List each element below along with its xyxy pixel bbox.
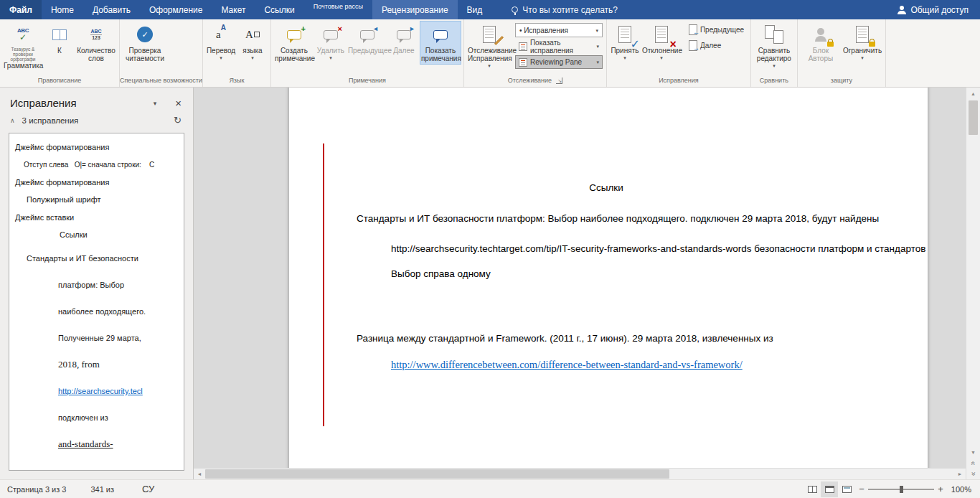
excerpt-line[interactable]: наиболее подходящего. [58, 306, 178, 317]
dialog-launcher-icon[interactable] [556, 77, 562, 84]
word-window: Файл Home Добавить Оформление Макет Ссыл… [0, 0, 980, 498]
translate-icon: аA [210, 24, 232, 45]
language-button[interactable]: А языка ▾ [237, 21, 268, 63]
horizontal-scrollbar[interactable]: ◄ ► [194, 468, 966, 479]
read-mode-button[interactable] [804, 481, 821, 497]
zoom-slider-thumb[interactable] [900, 486, 903, 493]
show-comments-button[interactable]: Показать примечания [420, 21, 461, 65]
next-comment-button[interactable]: ► Далее [388, 21, 420, 57]
delete-comment-icon: × [320, 24, 341, 45]
excerpt-line[interactable]: подключен из [58, 412, 178, 423]
tab-references[interactable]: Ссылки [255, 0, 303, 19]
zoom-level[interactable]: 100% [947, 485, 980, 494]
horizontal-scroll-track[interactable] [205, 469, 954, 479]
tab-file[interactable]: Файл [0, 0, 42, 19]
document-paragraph[interactable]: http://searchsecurity.techtarget.com/tip… [391, 243, 856, 255]
vertical-scroll-thumb[interactable] [969, 100, 978, 135]
track-changes-button[interactable]: Отслеживание Исправления ▾ [466, 21, 512, 71]
new-comment-button[interactable]: + Создать примечание [273, 21, 315, 65]
word-count-icon: ABC123 [85, 24, 107, 45]
revisions-pane: Исправления ▾ × ∧ 3 исправления ↻ Джеймс… [0, 88, 194, 479]
zoom-out-button[interactable]: − [855, 484, 868, 494]
main-area: Исправления ▾ × ∧ 3 исправления ↻ Джеймс… [0, 88, 980, 479]
group-label-proofing: Правописание [38, 77, 82, 84]
revisions-pane-title: Исправления [10, 97, 154, 109]
document-hyperlink[interactable]: http://www.differencebetween.com/differe… [391, 359, 743, 370]
document-paragraph[interactable]: Выбор справа одному [391, 268, 856, 280]
document-paragraph[interactable]: Разница между стандартной и Framework. (… [357, 332, 856, 344]
document-canvas[interactable]: Ссылки Стандарты и ИТ безопасности платф… [194, 88, 966, 468]
block-authors-button[interactable]: Блок Авторы [800, 21, 842, 65]
check-accessibility-button[interactable]: ✓ Проверка читаемости [122, 21, 168, 65]
word-count-indicator[interactable]: 341 из [84, 485, 121, 494]
tab-insert[interactable]: Добавить [83, 0, 140, 19]
document-title[interactable]: Ссылки [357, 88, 856, 193]
excerpt-line[interactable]: платформ: Выбор [58, 279, 178, 291]
document-page[interactable]: Ссылки Стандарты и ИТ безопасности платф… [289, 88, 928, 468]
excerpt-hyperlink[interactable]: http://searchsecurity.tecl [58, 385, 178, 397]
track-changes-label-1: Отслеживание [468, 47, 511, 55]
pane-close-icon[interactable]: × [175, 98, 182, 108]
next-page-button[interactable]: « [966, 469, 980, 479]
zoom-in-button[interactable]: + [934, 484, 947, 494]
web-layout-button[interactable] [838, 481, 855, 497]
display-for-review-combobox[interactable]: • Исправления ▾ [515, 23, 603, 37]
scroll-right-icon[interactable]: ► [954, 469, 966, 479]
word-count-button[interactable]: ABC123 Количество слов [75, 21, 117, 65]
excerpt-line[interactable]: 2018, from [58, 359, 178, 370]
scroll-up-icon[interactable]: ▲ [966, 88, 980, 99]
page-indicator[interactable]: Страница 3 из 3 [0, 485, 72, 494]
revisions-list[interactable]: Джеймс форматирования Отступ слева О|= с… [9, 133, 184, 471]
reviewing-pane-button[interactable]: Reviewing Pane ▾ [515, 55, 603, 69]
pane-menu-chevron-icon[interactable]: ▾ [154, 100, 157, 107]
show-markup-button[interactable]: Показать исправления ▾ [515, 39, 603, 53]
tab-layout[interactable]: Макет [212, 0, 255, 19]
translate-button[interactable]: аA Перевод ▾ [205, 21, 237, 63]
ribbon-group-language: аA Перевод ▾ А языка ▾ Язык [203, 19, 271, 87]
horizontal-scroll-thumb[interactable] [205, 469, 669, 479]
share-button[interactable]: Общий доступ [886, 0, 980, 19]
previous-comment-button[interactable]: ◄ Предыдущее [347, 21, 388, 57]
excerpt-line[interactable]: Стандарты и ИТ безопасности [27, 253, 178, 264]
tab-review[interactable]: Рецензирование [372, 0, 458, 19]
next-change-button[interactable]: → Далее [685, 39, 747, 52]
vertical-scroll-track[interactable] [966, 99, 980, 446]
group-label-compare: Сравнить [760, 77, 788, 84]
accessibility-icon: ✓ [134, 24, 156, 45]
revision-author-action: Джеймс форматирования [15, 177, 178, 187]
zoom-slider[interactable] [868, 484, 934, 495]
collapse-chevron-icon[interactable]: ∧ [10, 117, 15, 124]
document-paragraph[interactable]: Стандарты и ИТ безопасности платформ: Вы… [357, 212, 856, 225]
scroll-down-icon[interactable]: ▼ [966, 446, 980, 458]
tab-design[interactable]: Оформление [140, 0, 212, 19]
tab-view[interactable]: Вид [458, 0, 492, 19]
chevron-down-icon: ▾ [660, 55, 663, 61]
spelling-grammar-button[interactable]: ABC✓ Тезаурус & проверки орфографи Грамм… [2, 21, 44, 72]
print-layout-button[interactable] [821, 481, 838, 497]
revision-entry[interactable]: Джеймс вставки Ссылки [15, 212, 178, 240]
ribbon-group-compare: Сравнить редактиро ▾ Сравнить [751, 19, 798, 87]
revision-entry[interactable]: Джеймс форматирования Отступ слева О|= с… [15, 142, 178, 169]
reject-icon: × [651, 24, 672, 45]
language-indicator[interactable]: СУ [142, 484, 154, 494]
thesaurus-button[interactable]: К [44, 21, 75, 57]
accept-change-button[interactable]: ✓ Принять ▾ [609, 21, 641, 63]
restrict-editing-button[interactable]: Ограничить ▾ [842, 21, 883, 63]
tell-me-search[interactable]: Что вы хотите сделать? [512, 0, 618, 19]
excerpt-line[interactable]: Полученные 29 марта, [58, 332, 178, 344]
excerpt-line[interactable]: and-standards- [58, 438, 178, 450]
scroll-left-icon[interactable]: ◄ [194, 469, 205, 479]
refresh-icon[interactable]: ↻ [174, 115, 182, 126]
chevron-down-icon: ▾ [488, 62, 491, 69]
revision-entry[interactable]: Джеймс форматирования Полужирный шрифт [15, 177, 178, 205]
reject-change-button[interactable]: × Отклонение ▾ [641, 21, 682, 63]
compare-icon [763, 24, 785, 45]
compare-button[interactable]: Сравнить редактиро ▾ [753, 21, 795, 71]
tab-home[interactable]: Home [42, 0, 83, 19]
previous-page-button[interactable]: « [966, 458, 980, 469]
vertical-scrollbar[interactable]: ▲ ▼ « « [966, 88, 980, 479]
previous-change-button[interactable]: ← Предыдущее [685, 23, 747, 37]
delete-comment-button[interactable]: × Удалить ▾ [315, 21, 347, 63]
tab-mailings[interactable]: Почтовые рассы [304, 0, 372, 19]
tell-me-text: Что вы хотите сделать? [522, 5, 618, 15]
